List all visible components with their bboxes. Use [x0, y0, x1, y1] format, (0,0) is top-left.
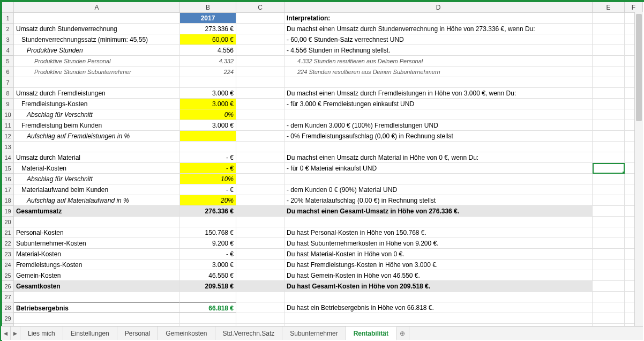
cell-col-e[interactable] [593, 131, 625, 142]
cell-col-e[interactable] [593, 34, 625, 45]
cell-col-d[interactable]: - dem Kunden 3.000 € (100%) Fremdleistun… [284, 120, 593, 131]
cell-col-e[interactable] [593, 206, 625, 217]
row-header[interactable]: 14 [2, 152, 14, 163]
cell-col-c[interactable] [236, 45, 284, 56]
cell-col-d[interactable]: - 4.556 Stunden in Rechnung stellst. [284, 45, 593, 56]
cell-col-b[interactable] [180, 131, 236, 142]
cell-col-b[interactable]: 3.000 € [180, 99, 236, 109]
cell-col-b[interactable]: - € [180, 184, 236, 195]
cell-col-e[interactable] [593, 77, 625, 88]
cell-col-d[interactable]: - für 3.000 € Fremdleistungen einkaufst … [284, 99, 593, 109]
cell-col-c[interactable] [236, 88, 284, 99]
spreadsheet-grid[interactable]: ABCDEF12017Interpretation:2Umsatz durch … [2, 2, 644, 335]
cell-col-b[interactable]: 209.518 € [180, 281, 236, 292]
cell-col-e[interactable] [593, 152, 625, 163]
row-header[interactable]: 23 [2, 249, 14, 260]
cell-col-e[interactable] [593, 24, 625, 34]
row-header[interactable]: 24 [2, 260, 14, 270]
row-header[interactable]: 13 [2, 142, 14, 152]
sheet-tab[interactable]: Subunternehmer [282, 327, 346, 340]
cell-col-d[interactable]: Du hast Gesamt-Kosten in Höhe von 209.51… [284, 281, 593, 292]
row-header[interactable]: 29 [2, 313, 14, 324]
cell-col-c[interactable] [236, 56, 284, 66]
cell-col-a[interactable]: Produktive Stunden [14, 45, 180, 56]
cell-col-b[interactable] [180, 313, 236, 324]
cell-col-a[interactable]: Personal-Kosten [14, 227, 180, 238]
cell-col-c[interactable] [236, 174, 284, 184]
year-header[interactable]: 2017 [180, 13, 236, 24]
row-header[interactable]: 26 [2, 281, 14, 292]
cell-col-d[interactable]: Du machst einen Umsatz durch Stundenverr… [284, 24, 593, 34]
cell-col-a[interactable]: Abschlag für Verschnitt [14, 174, 180, 184]
cell-col-d[interactable]: Du machst einen Umsatz durch Fremdleistu… [284, 88, 593, 99]
cell-col-e[interactable] [593, 142, 625, 152]
cell-col-c[interactable] [236, 66, 284, 77]
cell-col-c[interactable] [236, 142, 284, 152]
row-header[interactable]: 6 [2, 66, 14, 77]
cell-col-b[interactable]: 20% [180, 195, 236, 206]
cell-col-b[interactable]: 3.000 € [180, 120, 236, 131]
cell-col-d[interactable]: - dem Kunden 0 € (90%) Material UND [284, 184, 593, 195]
cell-col-e[interactable] [593, 217, 625, 227]
cell-col-d[interactable]: Du hast Gemein-Kosten in Höhe von 46.550… [284, 270, 593, 281]
cell-col-a[interactable] [14, 292, 180, 302]
cell-col-a[interactable]: Materialaufwand beim Kunden [14, 184, 180, 195]
cell-col-b[interactable] [180, 77, 236, 88]
cell-col-d[interactable] [284, 142, 593, 152]
row-header[interactable]: 25 [2, 270, 14, 281]
cell-col-a[interactable]: Material-Kosten [14, 249, 180, 260]
cell-col-b[interactable]: 3.000 € [180, 88, 236, 99]
cell-col-a[interactable]: Subunternehmer-Kosten [14, 238, 180, 249]
add-sheet-button[interactable]: ⊕ [396, 327, 409, 340]
cell-col-d[interactable]: - 20% Materialaufschlag (0,00 €) in Rech… [284, 195, 593, 206]
cell-col-b[interactable] [180, 217, 236, 227]
sheet-tab[interactable]: Gemeinkosten [158, 327, 215, 340]
vertical-scrollbar[interactable] [634, 12, 643, 326]
cell-col-e[interactable] [593, 88, 625, 99]
cell-col-b[interactable]: 10% [180, 174, 236, 184]
cell-col-d[interactable]: 224 Stunden resultieren aus Deinen Subun… [284, 66, 593, 77]
cell-col-a[interactable]: Fremdleistungs-Kosten [14, 99, 180, 109]
row-header[interactable]: 28 [2, 302, 14, 313]
cell-col-e[interactable] [593, 238, 625, 249]
row-header[interactable]: 1 [2, 13, 14, 24]
column-header[interactable]: A [14, 2, 180, 13]
cell-col-d[interactable]: Du hast Personal-Kosten in Höhe von 150.… [284, 227, 593, 238]
cell-col-e[interactable] [593, 302, 625, 313]
cell-col-d[interactable] [284, 217, 593, 227]
cell-col-a[interactable]: Stundenverrechnungssatz (minimum: 45,55) [14, 34, 180, 45]
cell-col-c[interactable] [236, 24, 284, 34]
column-header[interactable]: D [284, 2, 593, 13]
cell-col-e[interactable] [593, 270, 625, 281]
cell-col-b[interactable]: 46.550 € [180, 270, 236, 281]
row-header[interactable]: 18 [2, 195, 14, 206]
cell-col-b[interactable]: 66.818 € [180, 302, 236, 313]
cell-col-c[interactable] [236, 270, 284, 281]
cell-col-b[interactable]: 60,00 € [180, 34, 236, 45]
cell-col-e[interactable] [593, 174, 625, 184]
cell-col-b[interactable]: 4.556 [180, 45, 236, 56]
cell-col-e[interactable] [593, 184, 625, 195]
cell-col-c[interactable] [236, 131, 284, 142]
column-header[interactable]: B [180, 2, 236, 13]
row-header[interactable]: 16 [2, 174, 14, 184]
cell-col-b[interactable] [180, 142, 236, 152]
tab-nav-last[interactable]: ► [11, 327, 20, 340]
cell-c1[interactable] [236, 13, 284, 24]
row-header[interactable]: 15 [2, 163, 14, 174]
cell-col-c[interactable] [236, 163, 284, 174]
cell-col-e[interactable] [593, 260, 625, 270]
column-header[interactable]: F [625, 2, 643, 13]
row-header[interactable]: 20 [2, 217, 14, 227]
cell-col-c[interactable] [236, 302, 284, 313]
cell-col-b[interactable]: 3.000 € [180, 260, 236, 270]
cell-col-d[interactable]: - 0% Fremdleistungsaufschlag (0,00 €) in… [284, 131, 593, 142]
row-header[interactable]: 19 [2, 206, 14, 217]
cell-col-a[interactable]: Fremdleistung beim Kunden [14, 120, 180, 131]
cell-col-a[interactable]: Betriebsergebnis [14, 302, 180, 313]
cell-col-a[interactable]: Abschlag für Verschnitt [14, 109, 180, 120]
cell-col-c[interactable] [236, 34, 284, 45]
interpretation-header[interactable]: Interpretation: [284, 13, 593, 24]
row-header[interactable]: 11 [2, 120, 14, 131]
cell-col-b[interactable]: 276.336 € [180, 206, 236, 217]
